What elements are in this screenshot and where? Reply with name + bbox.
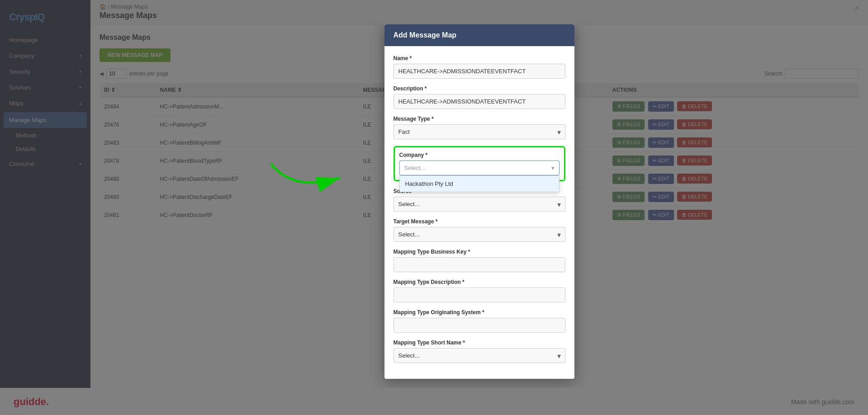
- mapping-type-bk-group: Mapping Type Business Key *: [394, 249, 565, 272]
- mapping-type-desc-input[interactable]: [394, 288, 565, 302]
- mapping-type-orig-input[interactable]: [394, 318, 565, 333]
- mapping-type-short-select-wrapper: Select... ▾: [394, 348, 565, 363]
- modal-body: Name * Description * Message Type *: [384, 46, 574, 379]
- content-area: 🏠 / Message Maps Message Maps Message Ma…: [90, 0, 868, 388]
- name-label: Name *: [394, 55, 565, 61]
- company-label: Company *: [399, 152, 560, 158]
- company-dropdown-item[interactable]: Hackathon Pty Ltd: [400, 176, 559, 192]
- message-type-select-wrapper: Fact ▾: [394, 124, 565, 139]
- mapping-type-bk-label: Mapping Type Business Key *: [394, 249, 565, 255]
- message-type-group: Message Type * Fact ▾: [394, 116, 565, 139]
- company-select-input[interactable]: Select... ▾: [399, 160, 560, 175]
- message-type-label: Message Type *: [394, 116, 565, 122]
- mapping-type-short-select[interactable]: Select...: [394, 348, 565, 363]
- description-label: Description *: [394, 85, 565, 92]
- mapping-type-desc-group: Mapping Type Description *: [394, 279, 565, 302]
- add-message-map-modal: Add Message Map Name * Description *: [384, 24, 574, 379]
- mapping-type-orig-label: Mapping Type Originating System *: [394, 309, 565, 316]
- mapping-type-desc-label: Mapping Type Description *: [394, 279, 565, 285]
- mapping-type-bk-input[interactable]: [394, 257, 565, 272]
- company-group: Company * Select... ▾ Hackathon Pty Ltd: [394, 146, 565, 181]
- target-message-group: Target Message * Select... ▾: [394, 218, 565, 242]
- chevron-down-icon: ▾: [551, 165, 555, 171]
- source-select-wrapper: Select... ▾: [394, 197, 565, 212]
- target-message-label: Target Message *: [394, 218, 565, 225]
- mapping-type-short-group: Mapping Type Short Name * Select... ▾: [394, 340, 565, 363]
- mapping-type-short-label: Mapping Type Short Name *: [394, 340, 565, 346]
- target-message-select[interactable]: Select...: [394, 227, 565, 242]
- message-type-select[interactable]: Fact: [394, 124, 565, 139]
- name-input[interactable]: [394, 64, 565, 79]
- company-placeholder: Select...: [404, 165, 426, 171]
- target-message-select-wrapper: Select... ▾: [394, 227, 565, 242]
- mapping-type-orig-group: Mapping Type Originating System *: [394, 309, 565, 333]
- description-input[interactable]: [394, 94, 565, 109]
- modal-header: Add Message Map: [384, 24, 574, 46]
- table-area: Message Maps NEW MESSAGE MAP ◀ entries p…: [90, 24, 868, 388]
- name-group: Name *: [394, 55, 565, 79]
- company-select-wrapper: Select... ▾ Hackathon Pty Ltd: [399, 160, 560, 175]
- description-group: Description *: [394, 85, 565, 109]
- source-select[interactable]: Select...: [394, 197, 565, 212]
- company-dropdown-list: Hackathon Pty Ltd: [399, 175, 560, 192]
